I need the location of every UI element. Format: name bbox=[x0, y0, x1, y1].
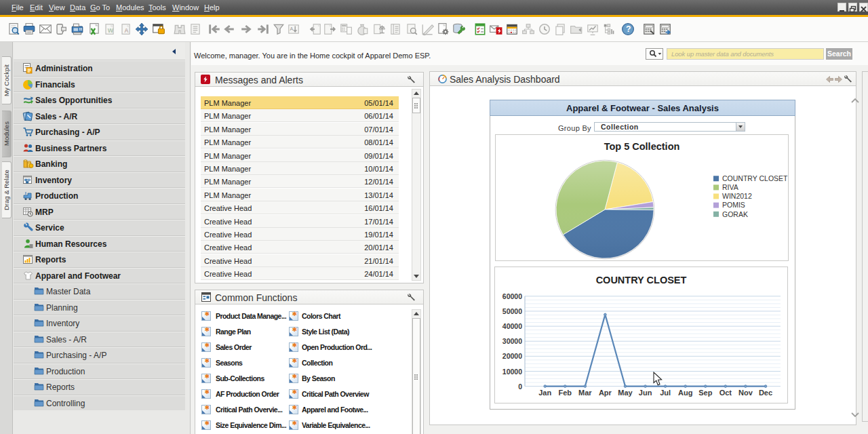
svg-text:20000: 20000 bbox=[502, 352, 522, 360]
svg-text:Jun: Jun bbox=[639, 389, 652, 397]
svg-text:Sep: Sep bbox=[698, 389, 712, 397]
svg-text:Nov: Nov bbox=[738, 389, 753, 397]
svg-text:RIVA: RIVA bbox=[722, 183, 738, 191]
svg-text:Jul: Jul bbox=[660, 389, 671, 397]
svg-text:0: 0 bbox=[518, 382, 522, 391]
svg-text:30000: 30000 bbox=[502, 337, 522, 345]
svg-text:Dec: Dec bbox=[759, 389, 772, 397]
svg-text:60000: 60000 bbox=[502, 292, 522, 300]
svg-text:W: W bbox=[108, 27, 114, 34]
svg-text:A: A bbox=[290, 26, 293, 32]
svg-text:Mar: Mar bbox=[578, 389, 592, 397]
svg-text:Aug: Aug bbox=[678, 389, 692, 397]
svg-text:Oct: Oct bbox=[719, 389, 732, 397]
svg-text:COUNTRY CLOSET: COUNTRY CLOSET bbox=[722, 174, 788, 182]
svg-text:Feb: Feb bbox=[559, 389, 572, 397]
svg-text:Jan: Jan bbox=[538, 389, 551, 397]
svg-text:10000: 10000 bbox=[502, 368, 522, 376]
svg-text:50000: 50000 bbox=[502, 307, 522, 315]
svg-text:Apr: Apr bbox=[599, 389, 612, 397]
svg-text:May: May bbox=[618, 389, 633, 397]
svg-text:POMIS: POMIS bbox=[722, 201, 745, 209]
svg-text:40000: 40000 bbox=[502, 322, 522, 330]
svg-text:WIN2012: WIN2012 bbox=[722, 192, 752, 200]
svg-text:A: A bbox=[124, 27, 129, 34]
svg-text:?: ? bbox=[626, 24, 631, 34]
svg-text:GORAK: GORAK bbox=[722, 210, 748, 218]
